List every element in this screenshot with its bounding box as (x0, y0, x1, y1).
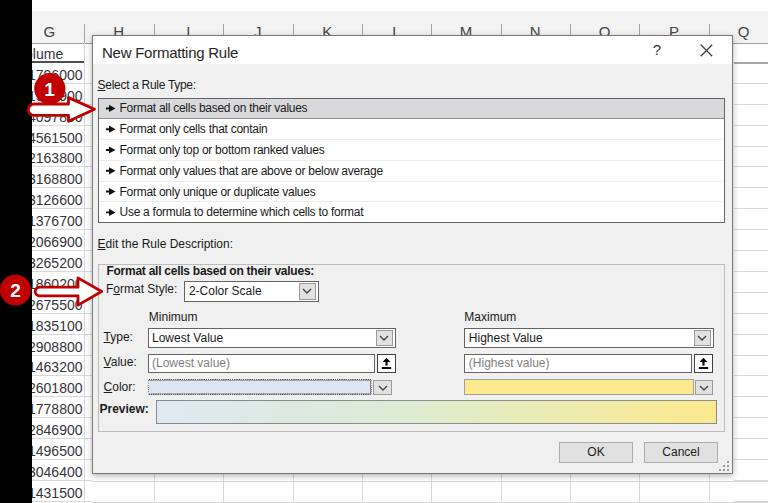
svg-text:2: 2 (10, 280, 21, 301)
svg-text:1: 1 (44, 79, 55, 100)
